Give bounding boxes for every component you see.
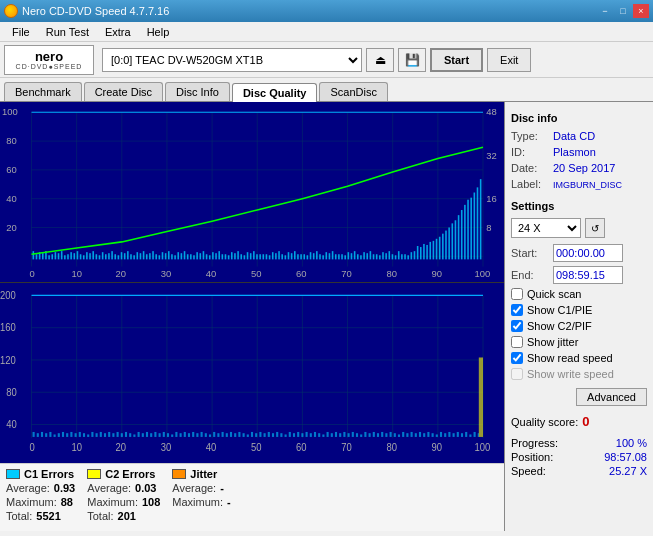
eject-button[interactable]: ⏏ [366,48,394,72]
svg-rect-75 [149,253,151,259]
nero-logo-text: nero [35,50,63,63]
drive-select[interactable]: [0:0] TEAC DV-W520GM XT1B [102,48,362,72]
svg-rect-216 [37,433,39,437]
svg-rect-119 [288,252,290,259]
minimize-button[interactable]: − [597,4,613,18]
svg-rect-271 [268,432,270,437]
progress-section: Progress: 100 % Position: 98:57.08 Speed… [511,437,647,479]
show-c1-pie-checkbox[interactable] [511,304,523,316]
quick-scan-checkbox[interactable] [511,288,523,300]
svg-rect-163 [426,245,428,259]
svg-text:40: 40 [206,441,217,453]
svg-rect-267 [251,432,253,437]
svg-rect-249 [175,432,177,437]
start-input[interactable] [553,244,623,262]
svg-rect-166 [436,239,438,260]
end-input[interactable] [553,266,623,284]
svg-rect-288 [339,433,341,437]
advanced-button[interactable]: Advanced [576,388,647,406]
show-write-speed-checkbox[interactable] [511,368,523,380]
save-button[interactable]: 💾 [398,48,426,72]
svg-rect-46 [58,253,60,259]
tab-disc-info[interactable]: Disc Info [165,82,230,101]
svg-rect-74 [146,254,148,259]
tab-scan-disc[interactable]: ScanDisc [319,82,387,101]
svg-rect-309 [427,432,429,437]
speed-select[interactable]: 24 X [511,218,581,238]
progress-label: Progress: [511,437,558,449]
svg-rect-217 [41,432,43,437]
svg-rect-59 [99,255,101,259]
tab-disc-quality[interactable]: Disc Quality [232,83,318,102]
jitter-max-value: - [227,496,231,508]
end-row: End: [511,266,647,284]
svg-rect-79 [162,252,164,259]
svg-rect-96 [215,253,217,259]
svg-rect-143 [363,252,365,259]
menu-help[interactable]: Help [139,24,178,40]
start-button[interactable]: Start [430,48,483,72]
svg-rect-123 [300,254,302,259]
svg-rect-313 [444,433,446,437]
svg-rect-281 [310,433,312,437]
svg-rect-45 [55,252,57,259]
svg-rect-127 [313,253,315,259]
position-value: 98:57.08 [604,451,647,463]
jitter-avg-label: Average: [172,482,216,494]
svg-rect-94 [209,255,211,259]
menu-extra[interactable]: Extra [97,24,139,40]
show-jitter-label: Show jitter [527,336,578,348]
svg-rect-270 [264,433,266,437]
svg-rect-58 [96,254,98,259]
nero-logo: nero CD·DVD●SPEED [4,45,94,75]
svg-rect-170 [448,227,450,259]
svg-rect-242 [146,432,148,437]
speed-value: 25.27 X [609,465,647,477]
menu-file[interactable]: File [4,24,38,40]
svg-text:80: 80 [6,136,17,146]
svg-text:50: 50 [251,269,262,279]
disc-label-row: Label: IMGBURN_DISC [511,178,647,190]
tab-create-disc[interactable]: Create Disc [84,82,163,101]
exit-button[interactable]: Exit [487,48,531,72]
svg-rect-254 [196,433,198,437]
svg-rect-169 [445,231,447,260]
svg-rect-114 [272,252,274,259]
refresh-button[interactable]: ↺ [585,218,605,238]
svg-rect-236 [121,433,123,437]
svg-text:90: 90 [432,441,443,453]
svg-rect-175 [464,205,466,260]
menu-bar: File Run Test Extra Help [0,22,653,42]
side-panel: Disc info Type: Data CD ID: Plasmon Date… [505,102,653,531]
svg-rect-130 [322,255,324,259]
svg-rect-241 [142,433,144,437]
svg-rect-84 [177,252,179,259]
svg-rect-299 [385,433,387,437]
progress-row: Progress: 100 % [511,437,647,449]
show-read-speed-checkbox[interactable] [511,352,523,364]
nero-logo-sub: CD·DVD●SPEED [16,63,83,70]
svg-text:20: 20 [6,223,17,233]
menu-run-test[interactable]: Run Test [38,24,97,40]
maximize-button[interactable]: □ [615,4,631,18]
c1-max-row: Maximum: 88 [6,496,75,508]
svg-rect-179 [477,187,479,259]
svg-text:60: 60 [6,165,17,175]
svg-rect-180 [480,179,482,259]
svg-text:20: 20 [116,441,127,453]
svg-text:16: 16 [486,194,497,204]
title-controls: − □ × [597,4,649,18]
show-c2-pif-checkbox[interactable] [511,320,523,332]
svg-rect-273 [276,432,278,437]
svg-rect-178 [474,193,476,260]
quality-score-value: 0 [582,414,589,429]
svg-rect-56 [89,253,91,259]
close-button[interactable]: × [633,4,649,18]
lower-chart: 200 160 120 80 40 0 10 20 30 40 50 60 70… [0,283,504,463]
svg-text:0: 0 [29,269,34,279]
svg-rect-150 [385,253,387,259]
disc-label-value: IMGBURN_DISC [553,180,622,190]
show-jitter-checkbox[interactable] [511,336,523,348]
tab-benchmark[interactable]: Benchmark [4,82,82,101]
svg-rect-232 [104,433,106,437]
